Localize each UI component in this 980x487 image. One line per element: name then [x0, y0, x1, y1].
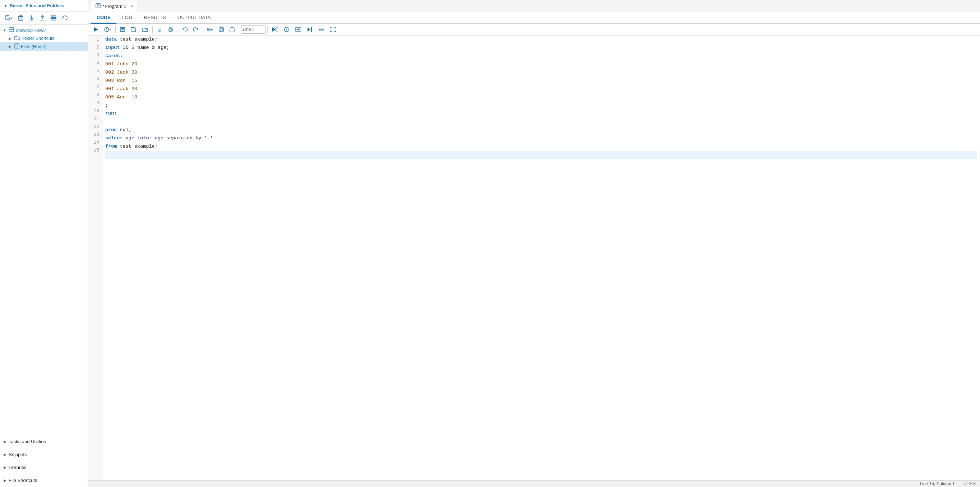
svg-rect-45 — [170, 30, 172, 31]
refresh-button[interactable] — [60, 14, 70, 22]
code-content[interactable]: data test_example;input ID $ name $ age;… — [102, 35, 980, 480]
svg-marker-63 — [307, 27, 310, 32]
sidebar-section-snippets[interactable]: ▶ Snippets — [0, 448, 88, 461]
program-tab-icon — [95, 3, 100, 10]
debug-button[interactable] — [293, 25, 304, 33]
tab-results-label: RESULTS — [144, 15, 166, 20]
svg-rect-6 — [19, 16, 23, 21]
svg-point-57 — [275, 28, 278, 31]
file-tree: ▼ odaws02-usw2 ▶ Folder Shortcuts ▶ File… — [0, 25, 88, 435]
svg-point-21 — [13, 30, 14, 31]
svg-rect-16 — [51, 18, 56, 19]
code-line[interactable]: 001 Jack 30 — [105, 85, 977, 93]
toolbar-divider4 — [203, 26, 203, 33]
sub-tab-bar: CODE LOG RESULTS OUTPUT DATA — [88, 12, 980, 24]
svg-point-20 — [13, 28, 14, 29]
tree-item-files-home[interactable]: ▶ Files (Home) — [0, 42, 88, 51]
code-editor[interactable]: 123456789101112131415 data test_example;… — [88, 35, 980, 480]
run-button[interactable] — [91, 25, 101, 33]
code-line[interactable]: 003 Ron 15 — [105, 77, 977, 85]
code-line[interactable]: input ID $ name $ age; — [105, 44, 977, 52]
svg-rect-0 — [6, 16, 9, 20]
file-shortcuts-label: File Shortcuts — [9, 477, 37, 483]
open-button[interactable] — [140, 25, 151, 33]
line-number-input[interactable] — [241, 25, 266, 34]
save-button[interactable] — [118, 25, 127, 33]
tree-expand-icon: ▼ — [3, 29, 7, 32]
tab-results[interactable]: RESULTS — [138, 12, 172, 24]
redo-button[interactable] — [191, 25, 201, 33]
tree-item-server[interactable]: ▼ odaws02-usw2 — [0, 26, 88, 35]
sidebar-header: ▼ Server Files and Folders — [0, 0, 88, 11]
print-button[interactable] — [165, 25, 176, 33]
tab-close-icon[interactable]: ✕ — [130, 4, 133, 9]
expand-button[interactable] — [328, 25, 339, 33]
tab-bar: *Program 1 ✕ — [88, 0, 980, 12]
code-line[interactable]: from test_example; — [105, 143, 977, 151]
svg-rect-34 — [121, 29, 124, 31]
code-line[interactable] — [105, 151, 977, 159]
code-line[interactable]: ; — [105, 102, 977, 110]
code-line[interactable]: run; — [105, 110, 977, 118]
collapse-arrow-icon[interactable]: ▼ — [3, 3, 8, 8]
history-button[interactable]: ▾ — [102, 25, 113, 33]
sidebar: ▼ Server Files and Folders ▾ — [0, 0, 88, 487]
code-line[interactable]: data test_example; — [105, 35, 977, 44]
tasks-arrow-icon: ▶ — [3, 439, 6, 444]
sidebar-section-file-shortcuts[interactable]: ▶ File Shortcuts — [0, 474, 88, 487]
list-view-button[interactable] — [48, 14, 59, 22]
upload-button[interactable] — [38, 14, 47, 22]
libraries-label: Libraries — [9, 465, 27, 470]
status-bar: Line 15, Column 1 UTF-8 — [88, 480, 980, 487]
editor-toolbar: ▾ — [88, 24, 980, 35]
run-selected-button[interactable] — [269, 25, 281, 33]
tab-code[interactable]: CODE — [91, 12, 116, 24]
code-line[interactable]: 001 John 20 — [105, 60, 977, 68]
tab-program1[interactable]: *Program 1 ✕ — [91, 1, 138, 11]
save-all-button[interactable] — [128, 25, 139, 33]
key-button[interactable] — [205, 26, 216, 33]
code-line[interactable]: 005 Aon 18 — [105, 93, 977, 102]
cursor-position: Line 15, Column 1 — [920, 481, 955, 486]
tree-folder-shortcuts-label: Folder Shortcuts — [22, 36, 55, 41]
tree-server-label: odaws02-usw2 — [16, 28, 46, 33]
tasks-label: Tasks and Utilities — [9, 439, 46, 444]
download-button[interactable] — [27, 14, 36, 22]
main-content: *Program 1 ✕ CODE LOG RESULTS OUTPUT DAT… — [88, 0, 980, 487]
toolbar-divider5 — [239, 26, 239, 33]
paste-button[interactable] — [227, 25, 237, 34]
new-button[interactable]: ▾ — [3, 14, 15, 22]
files-icon — [14, 43, 19, 49]
svg-point-48 — [208, 29, 210, 30]
tab-log-label: LOG — [122, 15, 132, 20]
sidebar-section-libraries[interactable]: ▶ Libraries — [0, 461, 88, 474]
sidebar-sections: ▶ Tasks and Utilities ▶ Snippets ▶ Libra… — [0, 435, 88, 487]
code-line[interactable]: cards; — [105, 52, 977, 60]
step-button[interactable] — [305, 25, 315, 33]
tab-output-data-label: OUTPUT DATA — [177, 15, 211, 20]
code-line[interactable] — [105, 118, 977, 126]
line-numbers: 123456789101112131415 — [88, 35, 102, 480]
sidebar-section-tasks[interactable]: ▶ Tasks and Utilities — [0, 435, 88, 448]
snippets-label: Snippets — [9, 452, 27, 457]
copy-button[interactable] — [216, 25, 226, 34]
stop-button[interactable] — [282, 25, 292, 33]
svg-point-46 — [172, 29, 172, 30]
encoding: UTF-8 — [964, 481, 976, 486]
delete-button[interactable] — [16, 14, 25, 22]
tree-item-folder-shortcuts[interactable]: ▶ Folder Shortcuts — [0, 35, 88, 42]
tree-collapse-icon2: ▶ — [9, 45, 13, 48]
indent-button[interactable] — [316, 25, 327, 33]
tab-log[interactable]: LOG — [116, 12, 138, 24]
tab-code-label: CODE — [97, 15, 111, 20]
code-line[interactable]: 002 Jack 30 — [105, 68, 977, 77]
tab-output-data[interactable]: OUTPUT DATA — [172, 12, 216, 24]
code-line[interactable]: proc sql; — [105, 126, 977, 134]
tree-collapse-icon: ▶ — [9, 37, 13, 41]
code-line[interactable]: select age into: age separated by ',' — [105, 134, 977, 143]
sidebar-toolbar: ▾ — [0, 11, 88, 25]
format-button[interactable] — [154, 25, 164, 33]
file-shortcuts-arrow-icon: ▶ — [3, 478, 6, 482]
undo-button[interactable] — [180, 25, 190, 33]
svg-rect-54 — [230, 28, 234, 32]
